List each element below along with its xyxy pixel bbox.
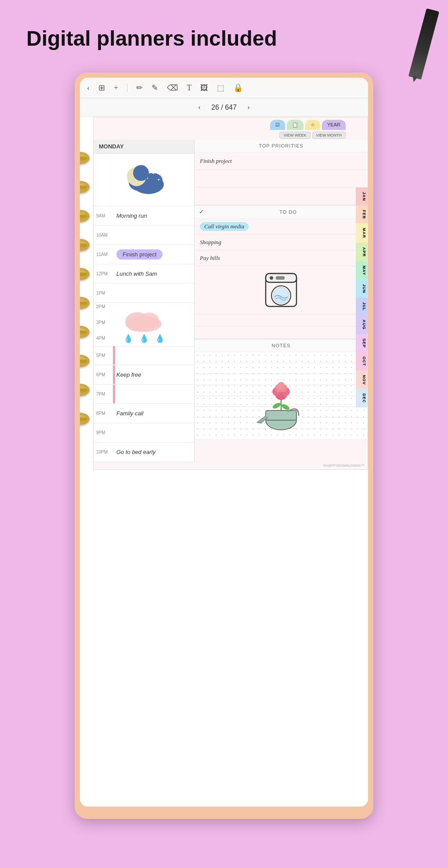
month-tab-nov[interactable]: NOV [356,371,368,389]
rain-drop-3: 💧 [155,334,165,343]
priority-row-2 [195,170,368,187]
month-tab-oct[interactable]: OCT [356,352,368,371]
schedule-event-1pm [113,292,194,295]
rain-drop-2: 💧 [139,334,149,343]
schedule-event-9pm [113,431,194,435]
priorities-header: TOP PRIORITIES [195,140,368,152]
schedule-row-5pm: 5PM [94,346,194,365]
ring-6 [80,297,90,309]
toolbar-divider [127,83,127,92]
ring-9 [80,384,90,396]
time-11am: 11AM [94,252,113,257]
time-9pm: 9PM [94,430,113,435]
time-8pm: 8PM [94,411,113,416]
tab-year[interactable]: YEAR [322,120,346,130]
month-tab-aug[interactable]: AUG [356,315,368,334]
tab-star[interactable]: ☆ [305,120,320,130]
image-icon[interactable]: 🖼 [200,83,208,93]
right-column: TOP PRIORITIES Finish project ✓ TO DO [195,140,368,462]
svg-point-17 [273,288,289,303]
ring-binder [80,152,90,425]
schedule-row-9am: 9AM Morning run [94,206,194,226]
text-icon[interactable]: T [187,83,191,93]
month-tab-apr[interactable]: APR [356,243,368,261]
notes-section: NOTES [195,339,368,462]
schedule-row-9pm: 9PM [94,423,194,443]
ring-2 [80,181,90,193]
tab-checkbox[interactable]: ☑ [270,120,285,130]
schedule-column: MONDAY [94,140,195,462]
schedule-row-10am: 10AM [94,226,194,245]
time-5pm: 5PM [94,353,113,358]
svg-rect-19 [266,411,296,420]
month-tab-jul[interactable]: JUL [356,298,368,315]
time-1pm: 1PM [94,291,113,295]
svg-rect-15 [276,276,285,280]
ring-7 [80,326,90,338]
svg-point-25 [278,382,285,389]
planner-area: ☑ 📋 ☆ YEAR VIEW WEEK VIEW MONTH MONDAY [80,117,368,470]
pink-time-bar-6pm [113,365,115,384]
prev-page-button[interactable]: ‹ [198,103,201,112]
priority-row-1: Finish project [195,152,368,170]
month-tab-dec[interactable]: DEC [356,389,368,407]
select-icon[interactable]: ⬚ [217,83,224,93]
todo-item-call: Call virgin media [200,222,249,231]
ring-8 [80,355,90,367]
pencil-icon[interactable]: ✎ [152,83,158,93]
schedule-event-10am [113,234,194,237]
view-week-button[interactable]: VIEW WEEK [279,132,310,139]
schedule-event-morning-run: Morning run [113,211,194,221]
pen-icon[interactable]: ✏ [136,83,143,93]
schedule-event-finish-project: Finish project [113,248,194,261]
month-tab-feb[interactable]: FEB [356,205,368,223]
svg-text:✦: ✦ [152,171,155,176]
ring-5 [80,268,90,280]
month-tab-jan[interactable]: JAN [356,187,368,205]
month-tab-may[interactable]: MAY [356,261,368,280]
page-navigation: ‹ 26 / 647 › [80,98,368,117]
next-page-button[interactable]: › [247,103,250,112]
ring-1 [80,152,90,164]
time-6pm: 6PM [94,372,113,377]
time-7pm: 7PM [94,392,113,396]
cloud-svg [122,306,166,333]
washer-illustration [195,266,368,314]
rain-drop-1: 💧 [123,334,133,343]
month-tab-mar[interactable]: MAR [356,223,368,243]
todo-header: TO DO [209,206,368,218]
month-tabs: JAN FEB MAR APR MAY JUN JUL AUG SEP OCT … [356,187,368,407]
ring-3 [80,210,90,222]
svg-point-11 [140,313,159,328]
todo-row-blank-1 [195,314,368,327]
svg-point-27 [272,402,282,410]
month-tab-sep[interactable]: SEP [356,334,368,352]
view-month-button[interactable]: VIEW MONTH [312,132,346,139]
finish-project-badge: Finish project [116,249,163,259]
tablet-device: ‹ ⊞ + ✏ ✎ ⌫ T 🖼 ⬚ 🔒 ‹ 26 / 647 › [75,72,373,819]
time-10pm: 10PM [94,450,113,454]
eraser-icon[interactable]: ⌫ [167,83,178,93]
time-10am: 10AM [94,233,113,238]
planner-tabs: ☑ 📋 ☆ YEAR [94,117,368,130]
pink-time-bar-7pm [113,385,115,403]
schedule-row-6pm: 6PM Keep free [94,365,194,385]
rain-cloud-illustration: 💧 💧 💧 [94,303,194,347]
schedule-event-5pm [113,354,194,357]
copyright-text: ©HAPPYDOWNLOADS™ [94,462,368,469]
back-icon[interactable]: ‹ [87,83,90,93]
schedule-event-lunch: Lunch with Sam [113,269,194,279]
todo-row-3: Pay bills [195,250,368,266]
lock-icon[interactable]: 🔒 [233,83,243,93]
add-icon[interactable]: + [114,83,118,93]
schedule-row-11am: 11AM Finish project [94,245,194,264]
page-number: 26 / 647 [211,104,237,112]
moon-illustration-area: ✦ ✦ ★ ✦ [94,154,194,206]
top-priorities-section: TOP PRIORITIES Finish project [195,140,368,205]
grid-icon[interactable]: ⊞ [98,83,105,93]
schedule-row-1pm: 1PM [94,284,194,303]
schedule-header: MONDAY [94,140,194,154]
tab-notes[interactable]: 📋 [287,120,303,130]
month-tab-jun[interactable]: JUN [356,280,368,298]
notes-header: NOTES [195,339,368,352]
